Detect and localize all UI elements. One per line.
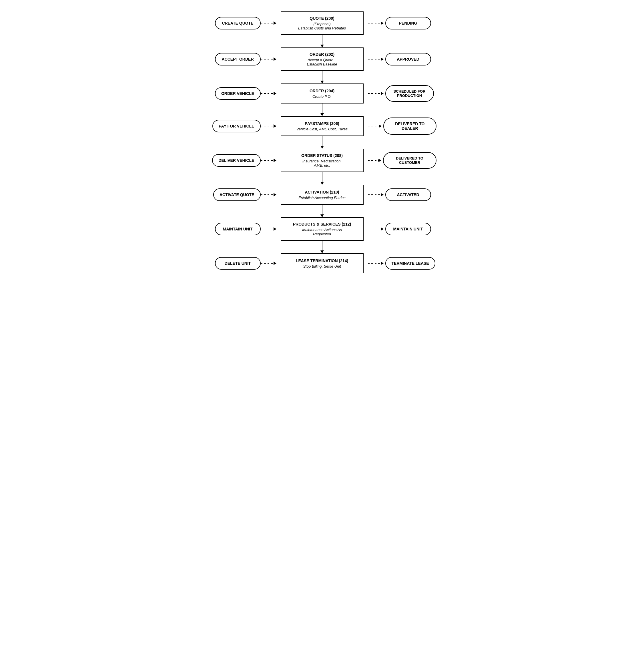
vertical-arrow-2 — [320, 71, 324, 84]
center-title-8: LEASE TERMINATION (214) — [296, 258, 348, 263]
arrow-right-6 — [381, 193, 384, 197]
right-section-6: ACTIVATED — [368, 188, 436, 201]
center-subtitle-6: Establish Accounting Entries — [298, 196, 345, 200]
center-title-2: ORDER (202) — [309, 52, 335, 57]
center-area-6: ACTIVATION (210) Establish Accounting En… — [276, 185, 368, 205]
dash-right-8 — [368, 263, 381, 264]
connector-2-3 — [193, 71, 451, 84]
left-pill-4: PAY FOR VEHICLE — [212, 120, 260, 132]
row-8: DELETE UNIT LEASE TERMINATION (214) Stop… — [193, 253, 451, 273]
arrow-right-1 — [381, 21, 384, 25]
arrow-right-4 — [379, 125, 382, 128]
center-box-4: PAYSTAMPS (206) Vehicle Cost, AME Cost, … — [281, 116, 364, 136]
center-title-3: ORDER (204) — [309, 89, 335, 93]
center-area-7: PRODUCTS & SERVICES (212) Maintenance Ac… — [276, 217, 368, 241]
center-box-7: PRODUCTS & SERVICES (212) Maintenance Ac… — [281, 217, 364, 241]
dash-left-7 — [261, 229, 274, 229]
row-7: MAINTAIN UNIT PRODUCTS & SERVICES (212) … — [193, 217, 451, 241]
dash-left-1 — [261, 23, 274, 23]
dash-left-4 — [261, 126, 274, 127]
dash-right-6 — [368, 195, 381, 195]
arrow-left-6 — [274, 193, 276, 197]
vertical-arrow-5 — [320, 172, 324, 185]
dash-right-1 — [368, 23, 381, 23]
dash-left-3 — [261, 93, 274, 94]
left-section-6: ACTIVATE QUOTE — [208, 188, 276, 201]
dash-right-4 — [368, 126, 379, 127]
dash-left-2 — [261, 59, 274, 60]
left-section-7: MAINTAIN UNIT — [208, 223, 276, 235]
dash-right-2 — [368, 59, 381, 60]
center-title-6: ACTIVATION (210) — [305, 190, 339, 195]
right-pill-8: TERMINATE LEASE — [385, 257, 435, 270]
connector-4-5 — [193, 136, 451, 149]
center-title-4: PAYSTAMPS (206) — [305, 121, 339, 126]
arrow-right-8 — [381, 262, 384, 265]
center-subtitle-7: Maintenance Actions AsRequested — [302, 228, 342, 236]
arrow-right-3 — [381, 92, 384, 95]
center-subtitle-4: Vehicle Cost, AME Cost, Taxes — [296, 127, 348, 131]
left-pill-7: MAINTAIN UNIT — [215, 223, 261, 235]
center-area-5: ORDER STATUS (208) Insurance, Registrati… — [276, 149, 368, 172]
right-section-4: DELIVERED TO DEALER — [368, 117, 436, 135]
connector-7-8 — [193, 241, 451, 253]
vertical-arrow-4 — [320, 136, 324, 149]
vertical-arrow-6 — [320, 205, 324, 217]
right-section-2: APPROVED — [368, 53, 436, 66]
arrow-left-1 — [274, 21, 276, 25]
right-pill-6: ACTIVATED — [385, 188, 431, 201]
right-pill-3: SCHEDULED FORPRODUCTION — [385, 85, 434, 102]
vertical-arrow-7 — [320, 241, 324, 253]
dash-right-3 — [368, 93, 381, 94]
dash-right-7 — [368, 229, 381, 229]
right-section-3: SCHEDULED FORPRODUCTION — [368, 85, 436, 102]
arrow-right-2 — [381, 58, 384, 61]
left-section-4: PAY FOR VEHICLE — [208, 120, 276, 132]
right-section-7: MAINTAIN UNIT — [368, 223, 436, 235]
left-section-8: DELETE UNIT — [208, 257, 276, 270]
left-pill-6: ACTIVATE QUOTE — [213, 188, 261, 201]
dash-left-8 — [261, 263, 274, 264]
left-pill-5: DELIVER VEHICLE — [212, 154, 260, 167]
connector-5-6 — [193, 172, 451, 185]
connector-3-4 — [193, 104, 451, 116]
vertical-arrow-1 — [320, 35, 324, 47]
center-area-4: PAYSTAMPS (206) Vehicle Cost, AME Cost, … — [276, 116, 368, 136]
left-pill-1: CREATE QUOTE — [215, 17, 261, 29]
center-area-2: ORDER (202) Accept a Quote –Establish Ba… — [276, 47, 368, 71]
center-subtitle-1: (Proposal)Establish Costs and Rebates — [298, 22, 346, 30]
right-pill-7: MAINTAIN UNIT — [385, 223, 431, 235]
arrow-left-4 — [274, 125, 276, 128]
row-3: ORDER VEHICLE ORDER (204) Create P.O. SC… — [193, 84, 451, 104]
center-box-6: ACTIVATION (210) Establish Accounting En… — [281, 185, 364, 205]
arrow-right-5 — [378, 159, 381, 162]
arrow-left-2 — [274, 58, 276, 61]
right-pill-5: DELIVERED TO CUSTOMER — [383, 152, 436, 169]
center-box-3: ORDER (204) Create P.O. — [281, 84, 364, 104]
right-section-1: PENDING — [368, 17, 436, 29]
dash-left-5 — [261, 160, 274, 161]
center-area-3: ORDER (204) Create P.O. — [276, 84, 368, 104]
arrow-left-7 — [274, 227, 276, 231]
connector-6-7 — [193, 205, 451, 217]
center-area-8: LEASE TERMINATION (214) Stop Billing, Se… — [276, 253, 368, 273]
center-box-5: ORDER STATUS (208) Insurance, Registrati… — [281, 149, 364, 172]
row-2: ACCEPT ORDER ORDER (202) Accept a Quote … — [193, 47, 451, 71]
arrow-left-5 — [274, 159, 276, 162]
arrow-left-8 — [274, 262, 276, 265]
center-box-1: QUOTE (200) (Proposal)Establish Costs an… — [281, 12, 364, 35]
row-4: PAY FOR VEHICLE PAYSTAMPS (206) Vehicle … — [193, 116, 451, 136]
arrow-left-3 — [274, 92, 276, 95]
center-subtitle-3: Create P.O. — [313, 94, 331, 99]
center-title-1: QUOTE (200) — [309, 16, 334, 21]
left-section-5: DELIVER VEHICLE — [208, 154, 276, 167]
center-subtitle-2: Accept a Quote –Establish Baseline — [307, 58, 337, 66]
right-section-8: TERMINATE LEASE — [368, 257, 436, 270]
dash-right-5 — [368, 160, 378, 161]
right-pill-1: PENDING — [385, 17, 431, 29]
row-5: DELIVER VEHICLE ORDER STATUS (208) Insur… — [193, 149, 451, 172]
dash-left-6 — [261, 195, 274, 195]
row-6: ACTIVATE QUOTE ACTIVATION (210) Establis… — [193, 185, 451, 205]
flow-diagram: CREATE QUOTE QUOTE (200) (Proposal)Estab… — [193, 12, 451, 273]
right-pill-4: DELIVERED TO DEALER — [383, 117, 436, 135]
